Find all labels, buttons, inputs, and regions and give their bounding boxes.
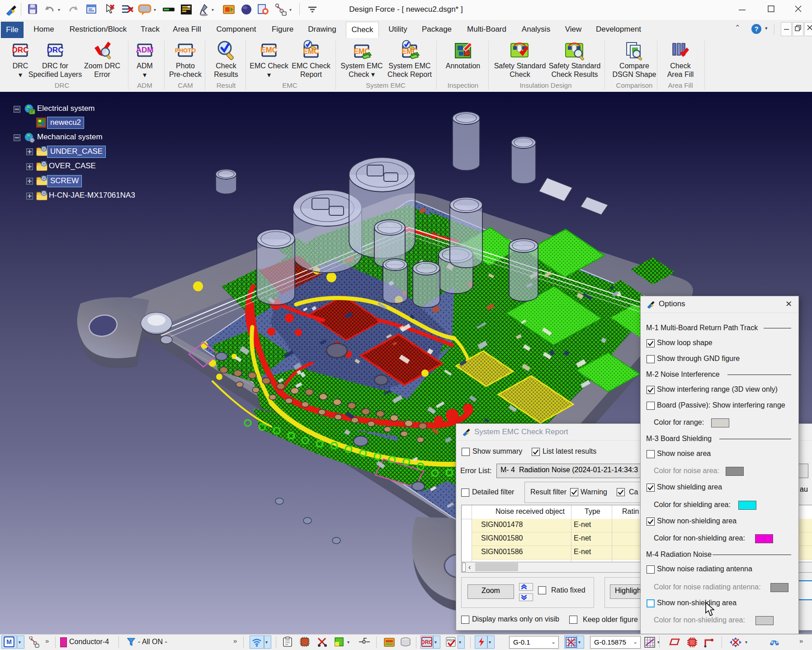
- svg-text:M: M: [6, 638, 12, 645]
- svg-text:DRC: DRC: [421, 639, 432, 645]
- svg-text:EMC: EMC: [303, 47, 319, 55]
- svg-text:PHOTO: PHOTO: [175, 47, 196, 54]
- svg-text:?: ?: [754, 25, 758, 33]
- svg-text:DRC: DRC: [47, 46, 64, 54]
- svg-text:ADM: ADM: [136, 46, 154, 54]
- svg-text:EMC: EMC: [260, 46, 278, 54]
- svg-text:DRC: DRC: [12, 46, 29, 54]
